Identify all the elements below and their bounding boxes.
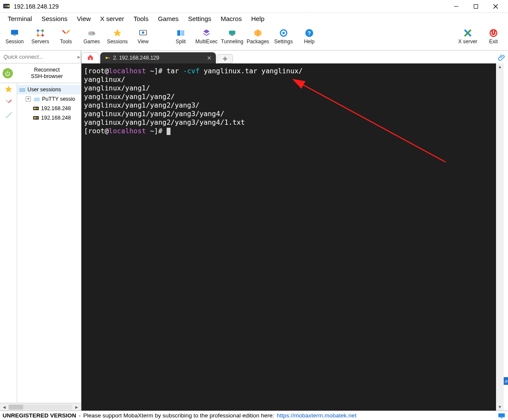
toolbar-exit[interactable]: Exit — [481, 28, 506, 45]
toolbar-label: Sessions — [107, 39, 128, 45]
session-tree-root[interactable]: User sessions — [17, 85, 81, 94]
svg-rect-44 — [501, 417, 503, 418]
toolbar-tools[interactable]: Tools — [53, 28, 79, 45]
toolbar-xserver[interactable]: X server — [455, 28, 481, 45]
tree-label: 192.168.248 — [41, 115, 71, 121]
svg-point-3 — [7, 5, 9, 7]
session-tree-item[interactable]: 192.168.248 — [17, 113, 81, 123]
quick-connect-go-icon[interactable]: ▸ — [78, 54, 81, 60]
toolbar-label: Games — [84, 39, 100, 45]
folder-user-icon — [19, 86, 26, 93]
favorites-tab-icon[interactable] — [4, 85, 13, 93]
toolbar-servers[interactable]: Servers — [27, 28, 53, 45]
monitor-icon — [10, 28, 19, 38]
statusbar: UNREGISTERED VERSION - Please support Mo… — [0, 411, 508, 420]
xserver-icon — [463, 28, 472, 38]
toolbar-label: Help — [304, 39, 315, 45]
svg-point-40 — [105, 57, 108, 59]
terminal-cursor — [167, 128, 170, 135]
toolbar-view[interactable]: View — [130, 28, 156, 45]
expand-icon[interactable]: + — [26, 96, 31, 102]
toolbar-label: Settings — [274, 39, 293, 45]
scroll-thumb[interactable] — [9, 405, 23, 410]
tunnel-icon — [227, 28, 237, 38]
session-tree-item[interactable]: 192.168.248 — [17, 104, 81, 113]
sidebar-strip — [0, 83, 17, 403]
multiexec-icon — [202, 28, 211, 38]
help-icon: ? — [305, 28, 314, 38]
menu-xserver[interactable]: X server — [96, 14, 128, 23]
key-icon — [105, 55, 111, 61]
svg-point-34 — [34, 108, 36, 109]
titlebar: 192.168.248.129 — [0, 0, 508, 13]
reconnect-icon — [3, 68, 13, 78]
tab-add[interactable]: ✚ — [217, 54, 233, 63]
tab-home[interactable] — [81, 52, 99, 63]
window-close-button[interactable] — [486, 0, 505, 13]
svg-point-17 — [94, 33, 95, 34]
toolbar-tunneling[interactable]: Tunneling — [219, 28, 245, 45]
menu-view[interactable]: View — [73, 14, 95, 23]
toolbar-games[interactable]: Games — [79, 28, 105, 45]
menu-help[interactable]: Help — [247, 14, 269, 23]
quick-connect-input[interactable] — [2, 53, 78, 61]
toolbar-split[interactable]: Split — [168, 28, 194, 45]
toolbar-session[interactable]: Session — [2, 28, 27, 45]
svg-rect-21 — [181, 30, 184, 36]
svg-rect-32 — [34, 98, 39, 102]
window-minimize-button[interactable] — [446, 0, 466, 13]
scroll-up-icon[interactable]: ▲ — [496, 63, 504, 70]
toolbar-packages[interactable]: Packages — [245, 28, 271, 45]
toolbar-label: Session — [6, 39, 24, 45]
key-icon — [33, 114, 39, 121]
macros-tab-icon[interactable] — [4, 111, 13, 119]
toolbar-sessions[interactable]: Sessions — [105, 28, 130, 45]
tab-label: 2. 192.168.248.129 — [113, 55, 159, 61]
toolbar-left-group: Session Servers Tools Games Sessions Vie… — [2, 28, 322, 45]
sidebar-horizontal-scrollbar[interactable]: ◄ ► — [0, 403, 81, 411]
toolbar-label: X server — [458, 39, 478, 45]
status-link[interactable]: https://mobaxterm.mobatek.net — [277, 412, 356, 419]
toolbar-label: MultiExec — [195, 39, 218, 45]
tab-active-session[interactable]: 2. 192.168.248.129 ✕ — [100, 52, 216, 63]
scroll-left-icon[interactable]: ◄ — [1, 405, 8, 410]
monitor-status-icon[interactable] — [498, 413, 505, 419]
svg-rect-9 — [11, 30, 18, 34]
terminal-vertical-scrollbar[interactable]: ▲ ▼ — [496, 63, 504, 411]
tab-close-icon[interactable]: ✕ — [198, 55, 212, 61]
window-maximize-button[interactable] — [466, 0, 486, 13]
tree-label: PuTTY sessio — [42, 96, 75, 102]
menu-settings[interactable]: Settings — [184, 14, 215, 23]
svg-rect-22 — [229, 30, 236, 34]
toolbar-label: Tunneling — [221, 39, 243, 45]
status-unregistered: UNREGISTERED VERSION — [3, 412, 76, 419]
toolbar-multiexec[interactable]: MultiExec — [194, 28, 219, 45]
reconnect-ssh-browser-button[interactable]: Reconnect SSH-browser — [0, 63, 81, 83]
svg-point-37 — [34, 117, 36, 119]
view-icon — [138, 28, 148, 38]
session-tree-item[interactable]: + PuTTY sessio — [17, 94, 81, 104]
menu-terminal[interactable]: Terminal — [3, 14, 36, 23]
gamepad-icon — [87, 28, 96, 38]
scroll-right-icon[interactable]: ► — [73, 405, 80, 410]
key-icon — [33, 105, 39, 112]
attachment-icon[interactable] — [496, 51, 508, 62]
menu-macros[interactable]: Macros — [216, 14, 246, 23]
terminal[interactable]: [root@localhost ~]# tar -cvf yanglinux.t… — [81, 63, 496, 411]
svg-rect-6 — [474, 4, 478, 8]
svg-rect-43 — [499, 413, 505, 417]
tools-tab-icon[interactable] — [4, 98, 13, 106]
svg-rect-29 — [19, 88, 25, 92]
menu-sessions[interactable]: Sessions — [37, 14, 72, 23]
toolbar-settings[interactable]: Settings — [271, 28, 296, 45]
left-panel: ▸ Reconnect SSH-browser User sessions — [0, 51, 81, 411]
menu-tools[interactable]: Tools — [129, 14, 153, 23]
scroll-track[interactable] — [9, 405, 72, 410]
menu-games[interactable]: Games — [154, 14, 183, 23]
toolbar-help[interactable]: ? Help — [296, 28, 322, 45]
window-title: 192.168.248.129 — [14, 3, 446, 10]
scroll-down-icon[interactable]: ▼ — [496, 404, 504, 411]
scroll-track[interactable] — [496, 70, 504, 404]
svg-point-4 — [5, 5, 7, 7]
split-icon — [176, 28, 185, 38]
